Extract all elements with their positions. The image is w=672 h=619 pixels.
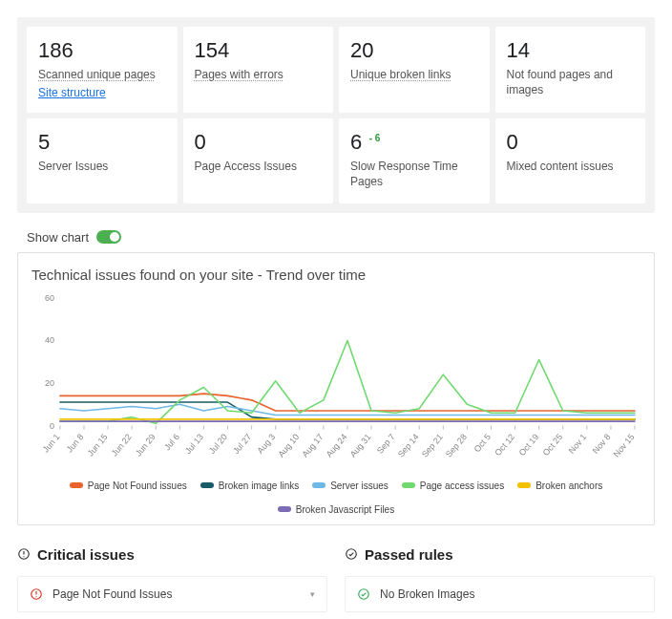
legend-item[interactable]: Broken Javascript Files xyxy=(278,504,394,515)
alert-icon xyxy=(30,587,43,601)
chevron-down-icon: ▾ xyxy=(310,589,315,599)
chart-legend: Page Not Found issuesBroken image linksS… xyxy=(32,480,640,515)
legend-label: Broken anchors xyxy=(536,480,602,491)
legend-label: Page access issues xyxy=(420,480,504,491)
stat-value: 154 xyxy=(195,38,323,63)
legend-label: Broken Javascript Files xyxy=(296,504,394,515)
legend-item[interactable]: Server issues xyxy=(312,480,388,491)
svg-text:Nov 8: Nov 8 xyxy=(591,432,613,455)
svg-point-57 xyxy=(23,557,24,558)
legend-swatch xyxy=(200,482,214,488)
issue-label: Page Not Found Issues xyxy=(52,587,172,601)
stat-not-found[interactable]: 14 Not found pages and images xyxy=(495,27,646,113)
check-circle-icon xyxy=(345,547,358,561)
svg-text:Sep 7: Sep 7 xyxy=(375,432,397,455)
stat-scanned-pages[interactable]: 186 Scanned unique pages Site structure xyxy=(27,27,178,113)
svg-text:Jun 15: Jun 15 xyxy=(86,432,110,458)
stat-broken-links[interactable]: 20 Unique broken links xyxy=(339,27,490,113)
legend-label: Broken image links xyxy=(219,480,299,491)
stat-mixed-content[interactable]: 0 Mixed content issues xyxy=(495,118,646,203)
svg-text:60: 60 xyxy=(45,293,54,303)
svg-text:Jun 22: Jun 22 xyxy=(110,432,134,458)
passed-rule-item[interactable]: No Broken Images xyxy=(345,576,655,612)
svg-text:Jun 8: Jun 8 xyxy=(65,432,86,454)
legend-swatch xyxy=(70,482,83,488)
passed-rules-header: Passed rules xyxy=(345,546,655,563)
stat-server-issues[interactable]: 5 Server Issues xyxy=(27,118,178,203)
critical-issues-header: Critical issues xyxy=(17,546,327,563)
legend-item[interactable]: Page access issues xyxy=(402,480,504,491)
svg-text:Oct 19: Oct 19 xyxy=(517,432,541,458)
passed-rules-column: Passed rules No Broken ImagesNo Page Acc… xyxy=(345,546,655,619)
svg-text:Sep 28: Sep 28 xyxy=(444,432,469,459)
stat-label: Slow Response Time Pages xyxy=(350,159,478,189)
toggle-label: Show chart xyxy=(27,230,89,245)
svg-point-60 xyxy=(35,596,36,597)
legend-swatch xyxy=(517,482,531,488)
legend-item[interactable]: Broken image links xyxy=(200,480,299,491)
stat-value: 186 xyxy=(38,38,166,63)
stat-value: 20 xyxy=(350,38,478,63)
legend-item[interactable]: Broken anchors xyxy=(517,480,602,491)
svg-point-67 xyxy=(346,549,357,560)
stat-label: Pages with errors xyxy=(195,67,323,82)
trend-chart: 0204060Jun 1Jun 8Jun 15Jun 22Jun 29Jul 6… xyxy=(32,292,640,473)
legend-item[interactable]: Page Not Found issues xyxy=(70,480,187,491)
svg-text:Jun 1: Jun 1 xyxy=(41,432,62,454)
stat-label: Scanned unique pages xyxy=(38,67,166,82)
chart-title: Technical issues found on your site - Tr… xyxy=(32,267,640,283)
svg-text:Aug 31: Aug 31 xyxy=(348,432,373,459)
stat-label: Server Issues xyxy=(38,159,166,174)
show-chart-toggle-row: Show chart xyxy=(27,230,655,245)
legend-label: Server issues xyxy=(330,480,388,491)
svg-text:20: 20 xyxy=(45,378,54,388)
stat-label: Not found pages and images xyxy=(507,67,635,97)
svg-text:Sep 14: Sep 14 xyxy=(396,432,421,459)
svg-text:Aug 17: Aug 17 xyxy=(300,432,325,459)
header-text: Critical issues xyxy=(37,546,135,563)
svg-text:0: 0 xyxy=(50,420,54,430)
chart-card: Technical issues found on your site - Tr… xyxy=(17,252,655,525)
legend-swatch xyxy=(402,482,415,488)
stat-label: Page Access Issues xyxy=(195,159,323,174)
legend-label: Page Not Found issues xyxy=(88,480,187,491)
svg-text:Jul 6: Jul 6 xyxy=(162,432,181,452)
stat-value: 6 xyxy=(350,130,362,154)
alert-icon xyxy=(17,547,31,561)
svg-text:Nov 15: Nov 15 xyxy=(612,432,637,459)
svg-text:Aug 10: Aug 10 xyxy=(276,432,301,459)
stat-value: 14 xyxy=(507,38,635,63)
svg-text:Aug 24: Aug 24 xyxy=(325,432,349,459)
legend-swatch xyxy=(278,506,291,512)
issue-label: No Broken Images xyxy=(380,587,474,601)
svg-text:Jun 29: Jun 29 xyxy=(134,432,158,458)
svg-text:Oct 5: Oct 5 xyxy=(472,432,493,454)
site-structure-link[interactable]: Site structure xyxy=(38,86,166,99)
stat-slow-response[interactable]: 6 - 6 Slow Response Time Pages xyxy=(339,118,490,203)
svg-text:40: 40 xyxy=(45,335,54,345)
stat-delta: - 6 xyxy=(369,133,381,143)
stat-page-access[interactable]: 0 Page Access Issues xyxy=(183,118,334,203)
svg-text:Nov 1: Nov 1 xyxy=(567,432,589,455)
stat-pages-errors[interactable]: 154 Pages with errors xyxy=(183,27,334,113)
stat-value: 0 xyxy=(195,130,323,155)
stat-label: Mixed content issues xyxy=(507,159,635,174)
stats-panel: 186 Scanned unique pages Site structure … xyxy=(17,17,655,213)
svg-text:Jul 20: Jul 20 xyxy=(207,432,229,456)
svg-text:Sep 21: Sep 21 xyxy=(420,432,445,459)
check-circle-icon xyxy=(357,587,370,601)
stat-value: 0 xyxy=(507,130,635,155)
stat-label: Unique broken links xyxy=(350,67,478,82)
svg-text:Jul 27: Jul 27 xyxy=(231,432,253,456)
critical-issues-column: Critical issues Page Not Found Issues▾Se… xyxy=(17,546,327,619)
header-text: Passed rules xyxy=(365,546,453,563)
legend-swatch xyxy=(312,482,326,488)
stat-value: 5 xyxy=(38,130,166,155)
show-chart-toggle[interactable] xyxy=(96,230,121,244)
svg-text:Aug 3: Aug 3 xyxy=(255,432,277,455)
critical-issue-item[interactable]: Page Not Found Issues▾ xyxy=(17,576,327,612)
svg-text:Oct 12: Oct 12 xyxy=(493,432,516,458)
svg-text:Jul 13: Jul 13 xyxy=(183,432,205,456)
svg-point-68 xyxy=(359,589,369,600)
svg-text:Oct 25: Oct 25 xyxy=(541,432,565,458)
